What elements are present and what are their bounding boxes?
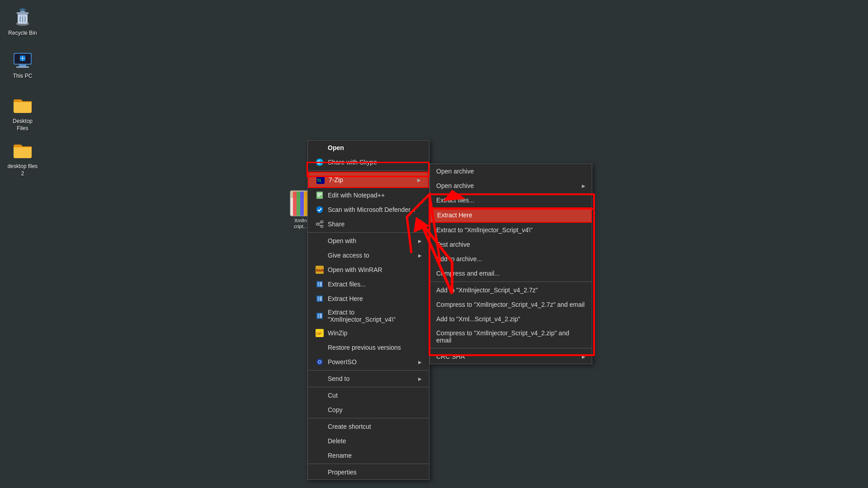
submenu-extract-to[interactable]: Extract to "XmlInjector_Script_v4\" xyxy=(430,223,592,237)
7zip-icon: 7z xyxy=(316,175,325,184)
separator-3 xyxy=(308,370,429,371)
poweriso-label: PowerISO xyxy=(328,358,418,366)
menu-item-notepad[interactable]: Edit with Notepad++ xyxy=(308,188,429,202)
submenu-add-to-archive[interactable]: Add to archive... xyxy=(430,252,592,266)
submenu-crc-sha-arrow: ▶ xyxy=(582,354,585,359)
desktop-files-2-icon[interactable]: desktop files 2 xyxy=(5,138,41,179)
submenu-extract-here-label: Extract Here xyxy=(437,211,585,219)
menu-item-defender[interactable]: Scan with Microsoft Defender... xyxy=(308,202,429,217)
submenu-extract-files-label: Extract files... xyxy=(436,197,585,204)
separator-4 xyxy=(308,387,429,387)
cut-icon xyxy=(315,391,324,400)
svg-point-30 xyxy=(321,221,323,223)
submenu-extract-here[interactable]: Extract Here xyxy=(430,207,592,223)
extract-to-icon xyxy=(315,311,324,320)
open-with-label: Open with xyxy=(328,237,418,244)
this-pc-label: This PC xyxy=(13,73,33,80)
menu-item-delete[interactable]: Delete xyxy=(308,434,429,448)
submenu-compress-7z-email[interactable]: Compress to "XmlInjector_Script_v4_2.7z"… xyxy=(430,297,592,312)
submenu-compress-zip-email[interactable]: Compress to "XmlInjector_Script_v4_2.zip… xyxy=(430,326,592,347)
cut-label: Cut xyxy=(328,392,422,399)
menu-item-share-skype[interactable]: S Share with Skype xyxy=(308,155,429,169)
menu-item-extract-to[interactable]: Extract to "XmlInjector_Script_v4\" xyxy=(308,306,429,326)
create-shortcut-icon xyxy=(315,422,324,431)
send-to-icon xyxy=(315,374,324,383)
menu-item-poweriso[interactable]: PowerISO ▶ xyxy=(308,355,429,369)
submenu-test-archive[interactable]: Test archive xyxy=(430,237,592,252)
separator-6 xyxy=(308,464,429,464)
submenu-extract-to-label: Extract to "XmlInjector_Script_v4\" xyxy=(436,226,585,234)
menu-item-winrar[interactable]: RAR Open with WinRAR xyxy=(308,263,429,277)
extract-here-label: Extract Here xyxy=(328,295,422,302)
share-icon xyxy=(315,220,324,229)
submenu-crc-sha[interactable]: CRC SHA ▶ xyxy=(430,349,592,364)
menu-item-copy[interactable]: Copy xyxy=(308,403,429,417)
menu-item-give-access[interactable]: Give access to ▶ xyxy=(308,248,429,263)
send-to-arrow: ▶ xyxy=(418,376,422,381)
notepad-icon xyxy=(315,191,324,200)
menu-item-create-shortcut[interactable]: Create shortcut xyxy=(308,419,429,434)
delete-label: Delete xyxy=(328,437,422,445)
desktop-files-icon[interactable]: Desktop Files xyxy=(5,93,41,134)
svg-rect-11 xyxy=(16,66,29,68)
menu-item-extract-here[interactable]: Extract Here xyxy=(308,291,429,306)
menu-item-send-to[interactable]: Send to ▶ xyxy=(308,371,429,386)
give-access-label: Give access to xyxy=(328,252,418,259)
create-shortcut-label: Create shortcut xyxy=(328,423,422,430)
notepad-label: Edit with Notepad++ xyxy=(328,192,422,199)
this-pc-image xyxy=(12,49,33,71)
menu-item-7zip[interactable]: 7z 7-Zip ▶ xyxy=(308,172,429,188)
menu-item-rename[interactable]: Rename xyxy=(308,448,429,463)
menu-item-properties[interactable]: Properties xyxy=(308,465,429,479)
recycle-bin-icon[interactable]: Recycle Bin xyxy=(5,5,41,39)
separator-5 xyxy=(308,418,429,418)
menu-item-extract-files[interactable]: Extract files... xyxy=(308,277,429,291)
menu-open-label: Open xyxy=(328,144,422,151)
menu-item-open[interactable]: Open xyxy=(308,141,429,155)
desktop: Recycle Bin This PC Deskt xyxy=(0,0,868,488)
submenu-compress-email[interactable]: Compress and email... xyxy=(430,266,592,281)
svg-rect-45 xyxy=(320,314,322,318)
properties-label: Properties xyxy=(328,469,422,476)
submenu-add-7z[interactable]: Add to "XmlInjector_Script_v4_2.7z" xyxy=(430,283,592,297)
menu-item-cut[interactable]: Cut xyxy=(308,388,429,403)
svg-text:S: S xyxy=(317,160,321,165)
submenu-extract-files[interactable]: Extract files... xyxy=(430,193,592,207)
menu-item-winzip[interactable]: ZIP WinZip xyxy=(308,326,429,340)
menu-item-share[interactable]: Share xyxy=(308,217,429,231)
menu-item-restore[interactable]: Restore previous versions xyxy=(308,340,429,355)
menu-item-open-with[interactable]: Open with ▶ xyxy=(308,234,429,248)
skype-icon: S xyxy=(315,158,324,167)
submenu-open-archive[interactable]: Open archive xyxy=(430,164,592,178)
svg-rect-44 xyxy=(317,314,319,318)
copy-label: Copy xyxy=(328,406,422,413)
open-icon xyxy=(315,143,324,152)
desktop-files-2-image xyxy=(12,140,33,161)
recycle-bin-label: Recycle Bin xyxy=(8,30,37,37)
svg-rect-41 xyxy=(317,296,319,301)
submenu-open-archive-2-arrow: ▶ xyxy=(582,183,585,188)
desktop-files-label: Desktop Files xyxy=(6,118,39,132)
poweriso-icon xyxy=(315,357,324,366)
svg-text:RAR: RAR xyxy=(316,268,324,272)
svg-point-48 xyxy=(316,359,323,365)
open-with-arrow: ▶ xyxy=(418,239,422,244)
submenu-open-archive-2[interactable]: Open archive ▶ xyxy=(430,178,592,193)
extract-files-icon xyxy=(315,280,324,289)
submenu-add-zip[interactable]: Add to "Xml...Script_v4_2.zip" xyxy=(430,312,592,326)
restore-label: Restore previous versions xyxy=(328,344,422,351)
svg-rect-39 xyxy=(320,282,322,286)
give-access-icon xyxy=(315,251,324,260)
svg-rect-4 xyxy=(20,10,25,13)
svg-rect-26 xyxy=(316,192,323,199)
restore-icon xyxy=(315,343,324,352)
desktop-files-image xyxy=(12,94,33,116)
context-menu: Open S Share with Skype 7z 7-Zip ▶ xyxy=(307,140,429,480)
this-pc-icon[interactable]: This PC xyxy=(5,47,41,82)
defender-icon xyxy=(315,205,324,214)
open-with-icon xyxy=(315,236,324,245)
extract-files-label: Extract files... xyxy=(328,281,422,288)
submenu-separator-1 xyxy=(430,282,592,282)
svg-point-31 xyxy=(316,223,319,225)
svg-line-33 xyxy=(318,222,321,224)
